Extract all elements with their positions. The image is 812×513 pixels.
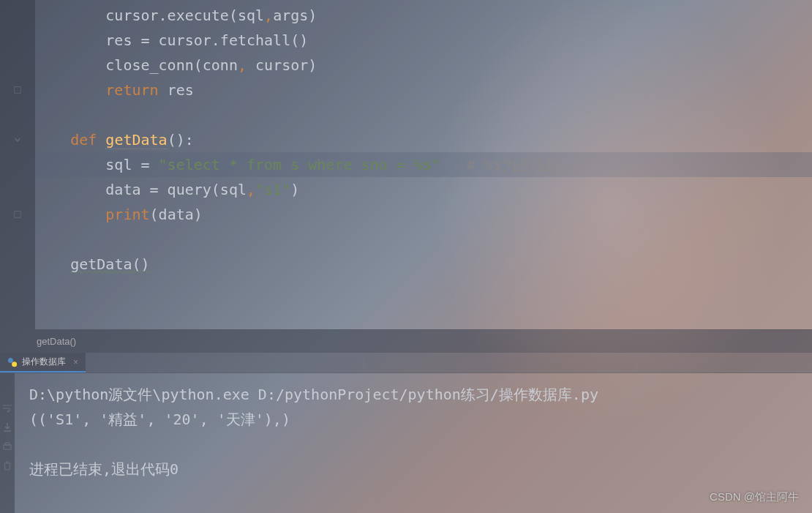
console-tab-bar: 操作数据库 × (0, 353, 812, 373)
download-icon[interactable] (1, 422, 13, 433)
console-output[interactable]: D:\python源文件\python.exe D:/pythonProject… (15, 373, 812, 513)
code-line: res = cursor.fetchall() (35, 28, 812, 53)
code-line: data = query(sql,"s1") (35, 177, 812, 202)
code-line (35, 277, 812, 302)
console-line: D:\python源文件\python.exe D:/pythonProject… (29, 386, 598, 403)
console-tab[interactable]: 操作数据库 × (0, 353, 86, 372)
svg-point-1 (12, 362, 17, 367)
breadcrumb-bar: getData() (0, 329, 812, 353)
code-line: def getData(): (35, 127, 812, 152)
svg-point-0 (8, 357, 13, 362)
code-line: return res (35, 78, 812, 102)
code-line (35, 302, 812, 326)
code-line (35, 227, 812, 252)
console-toolbar (0, 373, 15, 513)
print-icon[interactable] (1, 441, 13, 452)
trash-icon[interactable] (1, 460, 13, 471)
console-line: (('S1', '精益', '20', '天津'),) (29, 411, 290, 428)
code-line: print(data) (35, 202, 812, 227)
close-icon[interactable]: × (73, 357, 78, 367)
svg-rect-2 (4, 445, 11, 449)
svg-rect-3 (5, 443, 10, 445)
code-line: sql = "select * from s where sno = %s" #… (35, 152, 812, 177)
console-line: 进程已结束,退出代码0 (29, 460, 178, 478)
wrap-icon[interactable] (1, 402, 13, 414)
breadcrumb-item[interactable]: getData() (37, 336, 76, 347)
tab-label: 操作数据库 (22, 356, 66, 368)
code-line (35, 102, 812, 127)
fold-icon[interactable] (0, 202, 35, 227)
console-panel: D:\python源文件\python.exe D:/pythonProject… (0, 373, 812, 513)
code-editor[interactable]: cursor.execute(sql,args) res = cursor.fe… (35, 0, 812, 329)
editor-area: cursor.execute(sql,args) res = cursor.fe… (0, 0, 812, 329)
code-line: cursor.execute(sql,args) (35, 3, 812, 28)
code-line: close_conn(conn, cursor) (35, 53, 812, 78)
fold-icon[interactable] (0, 78, 35, 102)
watermark: CSDN @馆主阿牛 (710, 490, 799, 504)
fold-icon[interactable] (0, 127, 35, 152)
editor-gutter (0, 0, 35, 329)
code-line: getData() (35, 252, 812, 277)
python-icon (7, 357, 18, 367)
